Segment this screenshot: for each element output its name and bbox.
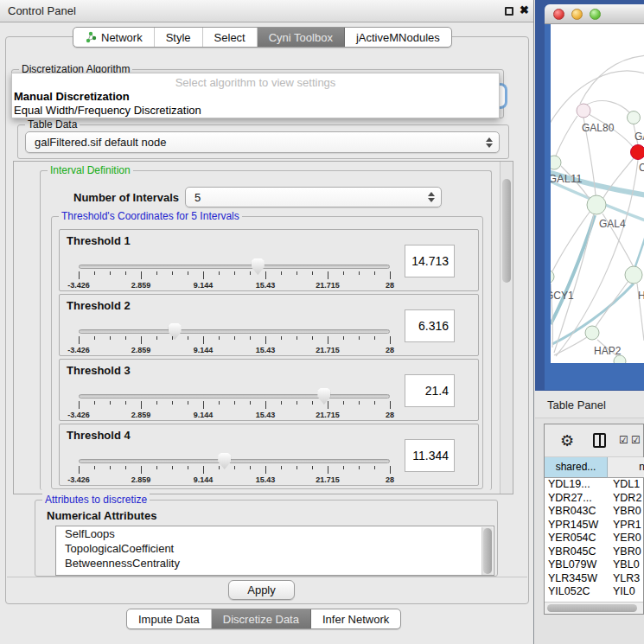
slider-ticks (79, 271, 390, 280)
attributes-scrollbar-thumb[interactable] (483, 528, 492, 574)
table-data-group: Table Data galFiltered.sif default node (17, 124, 509, 159)
table-header-row: shared... n (545, 457, 644, 478)
node-hap2[interactable] (585, 326, 599, 340)
node-label-clipped: H (638, 290, 644, 302)
number-of-intervals-combobox[interactable]: 5 (185, 187, 442, 207)
node-label-gal4: GAL4 (599, 218, 626, 230)
numerical-attributes-list[interactable]: SelfLoops TopologicalCoefficient Between… (55, 526, 494, 576)
control-panel-titlebar: Control Panel ✖ (0, 0, 533, 22)
column-header-name[interactable]: n (608, 457, 644, 478)
threshold-1-slider[interactable]: -3.4262.8599.14415.4321.71528 (79, 261, 390, 290)
thresholds-group: Threshold's Coordinates for 5 Intervals … (51, 216, 483, 489)
tab-discretize-data[interactable]: Discretize Data (212, 609, 311, 628)
table-toolbar: ⚙ ☑ ☑ (545, 424, 643, 457)
table-row[interactable]: YDL19...YDL1 (545, 478, 644, 492)
cytoscape-desktop: GAL80 GA C GAL11 GAL4 GCY1 H HAP2 (535, 0, 644, 391)
threshold-3-label: Threshold 3 (67, 364, 131, 377)
threshold-1-label: Threshold 1 (67, 234, 131, 247)
node-gal4[interactable] (587, 195, 606, 214)
slider-track[interactable] (79, 329, 390, 334)
right-region: GAL80 GA C GAL11 GAL4 GCY1 H HAP2 Table … (535, 0, 644, 644)
threshold-3-slider[interactable]: -3.4262.8599.14415.4321.71528 (79, 391, 390, 420)
tab-jactivemnodules[interactable]: jActiveMNodules (345, 28, 451, 47)
node-label-clipped: GA (634, 131, 644, 143)
list-item-betweennesscentrality[interactable]: BetweennessCentrality (56, 556, 494, 571)
table-row[interactable]: YBL079WYBL0 (545, 558, 644, 572)
gear-icon[interactable]: ⚙ (560, 431, 574, 450)
vertical-scrollbar-thumb[interactable] (502, 179, 511, 283)
interval-definition-group: Interval Definition Number of Intervals … (40, 170, 492, 490)
control-panel-window: Control Panel ✖ Network Style Select Cyn… (0, 0, 534, 644)
tab-style[interactable]: Style (155, 28, 203, 47)
tab-infer-network[interactable]: Infer Network (311, 609, 400, 628)
tab-network[interactable]: Network (73, 28, 155, 47)
threshold-4-panel: Threshold 4 -3.4262.8599.14415.4321.7152… (59, 424, 479, 486)
threshold-2-value-field[interactable]: 6.316 (405, 309, 455, 342)
table-data-value: galFiltered.sif default node (35, 136, 166, 149)
node-label-gal80: GAL80 (582, 122, 615, 134)
attributes-scrollbar[interactable] (481, 527, 493, 576)
network-view-window[interactable]: GAL80 GA C GAL11 GAL4 GCY1 H HAP2 (545, 4, 644, 390)
node-label-hap2: HAP2 (594, 345, 622, 357)
close-icon[interactable]: ✖ (520, 3, 529, 16)
apply-button[interactable]: Apply (228, 580, 295, 600)
divider (7, 577, 527, 577)
table-data-combobox[interactable]: galFiltered.sif default node (25, 131, 500, 153)
table-row[interactable]: YER054CYER0 (545, 532, 644, 545)
threshold-4-value-field[interactable]: 11.344 (405, 439, 455, 472)
vertical-scrollbar[interactable] (500, 162, 513, 494)
threshold-2-slider[interactable]: -3.4262.8599.14415.4321.71528 (79, 326, 390, 355)
number-of-intervals-label: Number of Intervals (73, 191, 179, 204)
close-traffic-light-icon[interactable] (553, 9, 564, 20)
table-row[interactable]: YBR043CYBR0 (545, 505, 644, 519)
tab-network-label: Network (101, 31, 143, 44)
table-row[interactable]: YIL052CYIL0 (545, 585, 644, 599)
zoom-traffic-light-icon[interactable] (590, 9, 601, 20)
slider-ticks (79, 466, 390, 475)
node[interactable] (625, 266, 642, 284)
network-canvas[interactable]: GAL80 GA C GAL11 GAL4 GCY1 H HAP2 (551, 24, 644, 363)
column-header-shared-name[interactable]: shared... (545, 457, 608, 478)
network-window-titlebar[interactable] (545, 4, 644, 24)
network-icon (85, 31, 97, 43)
slider-track[interactable] (79, 265, 390, 269)
numerical-attributes-label: Numerical Attributes (47, 509, 156, 522)
table-row[interactable]: YPR145WYPR1 (545, 519, 644, 532)
threshold-3-panel: Threshold 3 -3.4262.8599.14415.4321.7152… (59, 359, 479, 421)
table-row[interactable]: YLR345WYLR3 (545, 572, 644, 586)
popup-item-equal-width-frequency[interactable]: Equal Width/Frequency Discretization (14, 104, 201, 117)
interval-definition-title: Interval Definition (48, 164, 133, 176)
checkbox-icon[interactable]: ☑ (631, 434, 641, 446)
list-item-selfloops[interactable]: SelfLoops (56, 526, 494, 541)
minimize-traffic-light-icon[interactable] (571, 9, 583, 20)
slider-tick-labels: -3.4262.8599.14415.4321.71528 (79, 281, 390, 290)
node-selected-red[interactable] (631, 145, 644, 160)
tab-impute-data[interactable]: Impute Data (127, 609, 212, 628)
threshold-3-value-field[interactable]: 21.4 (405, 374, 455, 407)
combobox-stepper-icon (427, 191, 435, 203)
horizontal-scrollbar[interactable] (545, 602, 643, 614)
slider-tick-labels: -3.4262.8599.14415.4321.71528 (79, 475, 390, 484)
slider-track[interactable] (79, 394, 390, 399)
threshold-4-label: Threshold 4 (67, 429, 131, 442)
threshold-4-slider[interactable]: -3.4262.8599.14415.4321.71528 (79, 456, 390, 485)
table-row[interactable]: YDR27...YDR2 (545, 492, 644, 506)
tab-select[interactable]: Select (203, 28, 258, 47)
checkbox-icon[interactable]: ☑ (619, 434, 628, 446)
tab-cyni-toolbox[interactable]: Cyni Toolbox (258, 28, 345, 47)
node-gcy1[interactable] (551, 270, 554, 284)
float-window-icon[interactable] (505, 7, 513, 16)
popup-item-manual-discretization[interactable]: Manual Discretization (14, 90, 130, 103)
slider-track[interactable] (79, 459, 390, 463)
split-columns-icon[interactable] (593, 433, 606, 448)
node[interactable] (628, 112, 641, 124)
list-item-topologicalcoefficient[interactable]: TopologicalCoefficient (56, 541, 494, 556)
threshold-1-value-field[interactable]: 14.713 (405, 245, 455, 277)
threshold-2-label: Threshold 2 (67, 299, 131, 312)
node-gal11[interactable] (551, 156, 561, 169)
node-gal80[interactable] (577, 104, 590, 118)
threshold-2-panel: Threshold 2 -3.4262.8599.14415.4321.7152… (59, 294, 479, 356)
table-panel-title: Table Panel (547, 399, 606, 411)
table-row[interactable]: YBR045CYBR0 (545, 545, 644, 559)
horizontal-scrollbar-thumb[interactable] (547, 604, 637, 612)
